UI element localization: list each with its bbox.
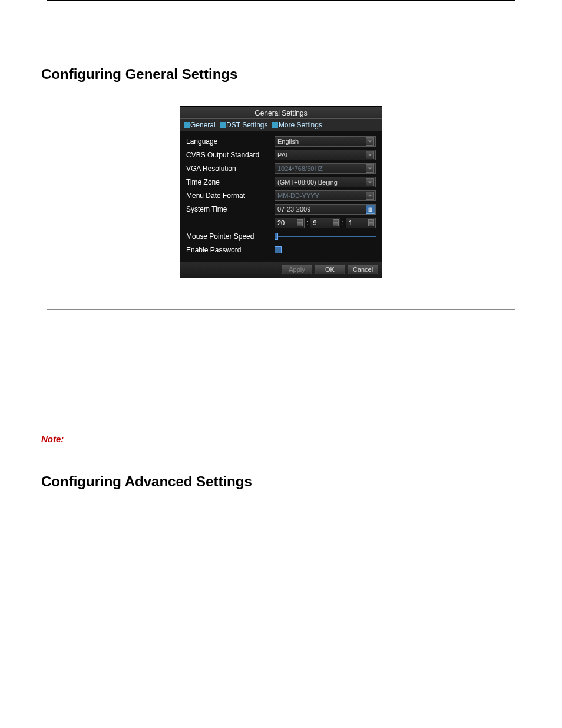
hour-value: 20 [277,219,285,226]
figure-caption [41,283,521,292]
select-cvbs[interactable]: PAL [275,150,376,160]
minute-value: 9 [313,219,316,226]
dialog-title: General Settings [180,107,382,119]
label-mouse-speed: Mouse Pointer Speed [186,232,275,241]
horizontal-rule [47,309,515,310]
chevron-down-icon [366,178,374,186]
label-timezone: Time Zone [186,178,275,186]
stepper-icon [297,219,303,226]
ok-button[interactable]: OK [315,265,345,274]
tab-dst-settings[interactable]: DST Settings [219,120,269,130]
second-value: 1 [349,219,352,226]
tab-label: More Settings [279,121,322,129]
note-heading: Note: [41,434,521,444]
cancel-button[interactable]: Cancel [348,265,378,274]
second-spinner[interactable]: 1 [346,218,376,228]
tab-icon [272,122,278,128]
date-value: 07-23-2009 [277,206,310,213]
label-vga: VGA Resolution [186,164,275,173]
select-language[interactable]: English [275,136,376,147]
chevron-down-icon [366,137,374,146]
tab-icon [184,122,190,128]
select-value: PAL [277,151,289,159]
hour-spinner[interactable]: 20 [275,218,305,228]
heading-configuring-general: Configuring General Settings [41,66,521,83]
general-settings-dialog: General Settings General DST Settings Mo… [180,106,382,278]
tab-label: General [190,121,216,129]
time-sep: : [342,219,345,227]
chevron-down-icon [366,164,374,173]
tab-label: DST Settings [226,121,267,129]
dialog-tabs: General DST Settings More Settings [180,119,382,131]
tab-more-settings[interactable]: More Settings [271,120,323,130]
select-value: 1024*768/60HZ [277,165,323,172]
select-timezone[interactable]: (GMT+08:00) Beijing [275,177,376,187]
tab-general[interactable]: General [183,120,217,130]
date-field[interactable]: 07-23-2009 ▦ [275,204,376,215]
stepper-icon [333,219,339,226]
label-cvbs: CVBS Output Standard [186,151,275,159]
stepper-icon [368,219,374,226]
chevron-down-icon [366,192,374,200]
label-system-time: System Time [186,205,275,213]
enable-password-checkbox[interactable] [275,246,282,253]
minute-spinner[interactable]: 9 [310,218,340,228]
mouse-speed-slider[interactable] [275,231,376,242]
select-vga[interactable]: 1024*768/60HZ [275,163,376,174]
slider-thumb[interactable] [275,233,278,240]
label-language: Language [186,137,275,146]
label-date-format: Menu Date Format [186,192,275,200]
apply-button[interactable]: Apply [282,265,312,274]
label-enable-password: Enable Password [186,246,275,254]
select-value: (GMT+08:00) Beijing [277,179,338,186]
select-date-format[interactable]: MM-DD-YYYY [275,190,376,201]
heading-configuring-advanced: Configuring Advanced Settings [41,473,521,490]
select-value: English [277,138,299,145]
chevron-down-icon [366,151,374,159]
tab-icon [220,122,226,128]
calendar-icon[interactable]: ▦ [366,205,375,214]
select-value: MM-DD-YYYY [277,192,319,199]
time-sep: : [306,219,309,227]
